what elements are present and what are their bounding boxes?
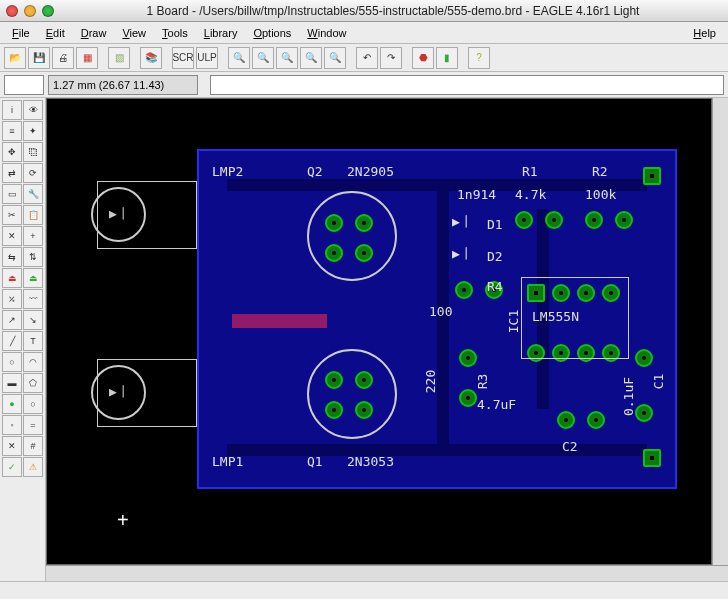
label-q2v: 2N2905 — [347, 164, 394, 179]
label-d1: D1 — [487, 217, 503, 232]
label-r4: R4 — [487, 279, 503, 294]
board-icon[interactable]: ▧ — [108, 47, 130, 69]
param-toolbar: 1.27 mm (26.67 11.43) — [0, 72, 728, 98]
route-icon[interactable]: ↗ — [2, 310, 22, 330]
label-1n914: 1n914 — [457, 187, 496, 202]
zoom-fit-icon[interactable]: 🔍 — [276, 47, 298, 69]
label-r3: R3 — [475, 374, 490, 390]
mark-icon[interactable]: ✦ — [23, 121, 43, 141]
scrollbar-horizontal[interactable] — [46, 565, 728, 581]
undo-icon[interactable]: ↶ — [356, 47, 378, 69]
workarea: i 👁 ≡ ✦ ✥ ⿻ ⇄ ⟳ ▭ 🔧 ✂ 📋 ✕ + ⇆ ⇅ ⏏ ⏏ ⤰ 〰 … — [0, 98, 728, 581]
info-icon[interactable]: i — [2, 100, 22, 120]
statusbar — [0, 581, 728, 599]
ulp-icon[interactable]: ULP — [196, 47, 218, 69]
menu-file[interactable]: File — [6, 25, 36, 41]
redo-icon[interactable]: ↷ — [380, 47, 402, 69]
label-q1v: 2N3053 — [347, 454, 394, 469]
label-lmp2: LMP2 — [212, 164, 243, 179]
replace-icon[interactable]: ⇅ — [23, 247, 43, 267]
pcb-board: LMP2 LMP1 Q2 2N2905 Q1 2N3053 1n914 D1 D… — [197, 149, 677, 489]
hole-icon[interactable]: ◦ — [2, 415, 22, 435]
close-icon[interactable] — [6, 5, 18, 17]
menubar: File Edit Draw View Tools Library Option… — [0, 22, 728, 44]
menu-options[interactable]: Options — [247, 25, 297, 41]
auto-icon[interactable]: # — [23, 436, 43, 456]
go-icon[interactable]: ▮ — [436, 47, 458, 69]
group-icon[interactable]: ▭ — [2, 184, 22, 204]
scrollbar-vertical[interactable] — [712, 98, 728, 565]
pinswap-icon[interactable]: ⇆ — [2, 247, 22, 267]
label-q1: Q1 — [307, 454, 323, 469]
paste-icon[interactable]: 📋 — [23, 205, 43, 225]
menu-edit[interactable]: Edit — [40, 25, 71, 41]
zoom-icon[interactable] — [42, 5, 54, 17]
copy-icon[interactable]: ⿻ — [23, 142, 43, 162]
label-ic1: IC1 — [506, 310, 521, 333]
add-icon[interactable]: + — [23, 226, 43, 246]
label-q2: Q2 — [307, 164, 323, 179]
move-icon[interactable]: ✥ — [2, 142, 22, 162]
stop-icon[interactable]: ⬣ — [412, 47, 434, 69]
cut-icon[interactable]: ✂ — [2, 205, 22, 225]
tool-palette: i 👁 ≡ ✦ ✥ ⿻ ⇄ ⟳ ▭ 🔧 ✂ 📋 ✕ + ⇆ ⇅ ⏏ ⏏ ⤰ 〰 … — [0, 98, 46, 581]
via-icon[interactable]: ● — [2, 394, 22, 414]
print-icon[interactable]: 🖨 — [52, 47, 74, 69]
save-icon[interactable]: 💾 — [28, 47, 50, 69]
arc-icon[interactable]: ◠ — [23, 352, 43, 372]
polygon-icon[interactable]: ⬠ — [23, 373, 43, 393]
change-icon[interactable]: 🔧 — [23, 184, 43, 204]
label-lmp1: LMP1 — [212, 454, 243, 469]
label-r1v: 4.7k — [515, 187, 546, 202]
lock-icon[interactable]: ⏏ — [2, 268, 22, 288]
label-d2: D2 — [487, 249, 503, 264]
erc-icon[interactable]: ✓ — [2, 457, 22, 477]
ratsnest-icon[interactable]: ✕ — [2, 436, 22, 456]
show-icon[interactable]: 👁 — [23, 100, 43, 120]
split-icon[interactable]: ⤰ — [2, 289, 22, 309]
signal-icon[interactable]: ○ — [23, 394, 43, 414]
ripup-icon[interactable]: ↘ — [23, 310, 43, 330]
menu-view[interactable]: View — [116, 25, 152, 41]
wire-icon[interactable]: ╱ — [2, 331, 22, 351]
menu-window[interactable]: Window — [301, 25, 352, 41]
open-icon[interactable]: 📂 — [4, 47, 26, 69]
zoom-out-icon[interactable]: 🔍 — [252, 47, 274, 69]
main-toolbar: 📂 💾 🖨 ▦ ▧ 📚 SCR ULP 🔍 🔍 🔍 🔍 🔍 ↶ ↷ ⬣ ▮ ? — [0, 44, 728, 72]
menu-help[interactable]: Help — [687, 25, 722, 41]
rotate-icon[interactable]: ⟳ — [23, 163, 43, 183]
label-r1: R1 — [522, 164, 538, 179]
label-r3v: 4.7uF — [477, 397, 516, 412]
board-canvas[interactable]: + — [46, 98, 712, 565]
label-c2: C2 — [562, 439, 578, 454]
rect-icon[interactable]: ▬ — [2, 373, 22, 393]
titlebar: 1 Board - /Users/billw/tmp/Instructables… — [0, 0, 728, 22]
command-input[interactable] — [210, 75, 724, 95]
zoom-select-icon[interactable]: 🔍 — [324, 47, 346, 69]
menu-library[interactable]: Library — [198, 25, 244, 41]
mirror-icon[interactable]: ⇄ — [2, 163, 22, 183]
layer-select[interactable] — [4, 75, 44, 95]
minimize-icon[interactable] — [24, 5, 36, 17]
window-controls — [6, 5, 54, 17]
zoom-in-icon[interactable]: 🔍 — [228, 47, 250, 69]
optimize-icon[interactable]: 〰 — [23, 289, 43, 309]
help-icon[interactable]: ? — [468, 47, 490, 69]
label-r2: R2 — [592, 164, 608, 179]
delete-icon[interactable]: ✕ — [2, 226, 22, 246]
menu-draw[interactable]: Draw — [75, 25, 113, 41]
coord-display: 1.27 mm (26.67 11.43) — [48, 75, 198, 95]
attr-icon[interactable]: = — [23, 415, 43, 435]
script-icon[interactable]: SCR — [172, 47, 194, 69]
label-220: 220 — [423, 370, 438, 393]
zoom-redraw-icon[interactable]: 🔍 — [300, 47, 322, 69]
smash-icon[interactable]: ⏏ — [23, 268, 43, 288]
canvas-wrap: + — [46, 98, 728, 581]
library-icon[interactable]: 📚 — [140, 47, 162, 69]
layer-icon[interactable]: ≡ — [2, 121, 22, 141]
circle-icon[interactable]: ○ — [2, 352, 22, 372]
errors-icon[interactable]: ⚠ — [23, 457, 43, 477]
menu-tools[interactable]: Tools — [156, 25, 194, 41]
text-icon[interactable]: T — [23, 331, 43, 351]
cam-icon[interactable]: ▦ — [76, 47, 98, 69]
